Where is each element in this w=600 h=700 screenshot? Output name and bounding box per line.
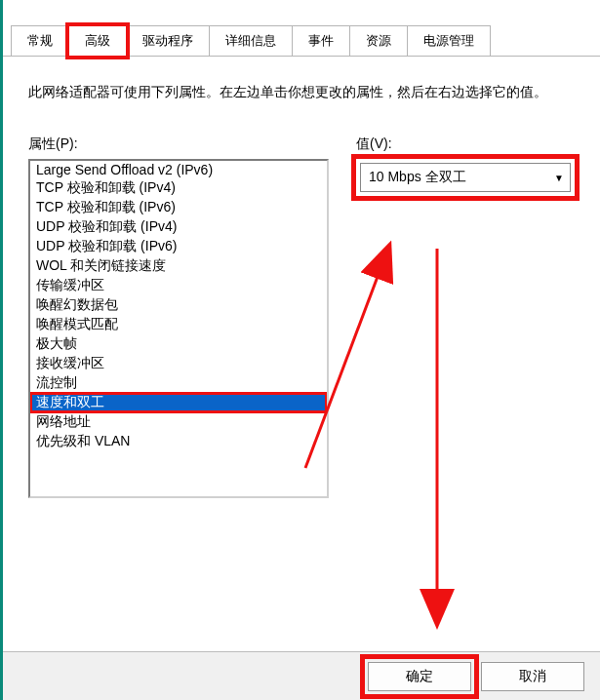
- panel-description: 此网络适配器可使用下列属性。在左边单击你想更改的属性，然后在右边选择它的值。: [28, 80, 575, 104]
- list-item[interactable]: UDP 校验和卸载 (IPv4): [30, 217, 327, 237]
- chevron-down-icon: ▼: [548, 173, 570, 183]
- list-item[interactable]: 优先级和 VLAN: [30, 432, 327, 451]
- list-item[interactable]: 接收缓冲区: [30, 354, 327, 373]
- list-item[interactable]: 网络地址: [30, 412, 327, 432]
- value-label: 值(V):: [356, 136, 575, 153]
- ok-button[interactable]: 确定: [368, 662, 471, 691]
- list-item[interactable]: 传输缓冲区: [30, 276, 327, 295]
- list-item[interactable]: TCP 校验和卸载 (IPv6): [30, 198, 327, 217]
- tab-panel-advanced: 此网络适配器可使用下列属性。在左边单击你想更改的属性，然后在右边选择它的值。 属…: [3, 57, 600, 518]
- list-item[interactable]: TCP 校验和卸载 (IPv4): [30, 178, 327, 198]
- tab-strip: 常规 高级 驱动程序 详细信息 事件 资源 电源管理: [3, 0, 600, 57]
- tab-advanced[interactable]: 高级: [68, 25, 127, 57]
- value-dropdown[interactable]: 10 Mbps 全双工 ▼: [360, 163, 571, 192]
- tab-details[interactable]: 详细信息: [209, 25, 293, 56]
- list-item[interactable]: 流控制: [30, 373, 327, 393]
- list-item[interactable]: UDP 校验和卸载 (IPv6): [30, 237, 327, 256]
- dialog-button-row: 确定 取消: [3, 651, 600, 700]
- tab-general[interactable]: 常规: [11, 25, 69, 56]
- cancel-button[interactable]: 取消: [481, 662, 584, 691]
- value-column: 值(V): 10 Mbps 全双工 ▼: [356, 136, 575, 498]
- list-item[interactable]: 唤醒幻数据包: [30, 295, 327, 315]
- properties-dialog: 常规 高级 驱动程序 详细信息 事件 资源 电源管理 此网络适配器可使用下列属性…: [0, 0, 600, 700]
- tab-events[interactable]: 事件: [292, 25, 350, 56]
- tab-resources[interactable]: 资源: [349, 25, 408, 56]
- list-item-selected[interactable]: 速度和双工: [30, 393, 327, 412]
- property-label: 属性(P):: [28, 136, 329, 153]
- list-item[interactable]: Large Send Offload v2 (IPv6): [30, 161, 327, 178]
- list-item[interactable]: WOL 和关闭链接速度: [30, 256, 327, 276]
- property-column: 属性(P): Large Send Offload v2 (IPv6) TCP …: [28, 136, 329, 498]
- columns: 属性(P): Large Send Offload v2 (IPv6) TCP …: [28, 136, 575, 498]
- value-highlight-box: 10 Mbps 全双工 ▼: [356, 159, 575, 196]
- tab-power[interactable]: 电源管理: [407, 25, 491, 56]
- list-item[interactable]: 极大帧: [30, 334, 327, 354]
- list-item[interactable]: 唤醒模式匹配: [30, 315, 327, 334]
- tab-driver[interactable]: 驱动程序: [126, 25, 210, 56]
- property-listbox[interactable]: Large Send Offload v2 (IPv6) TCP 校验和卸载 (…: [28, 159, 329, 498]
- value-dropdown-text: 10 Mbps 全双工: [361, 169, 548, 186]
